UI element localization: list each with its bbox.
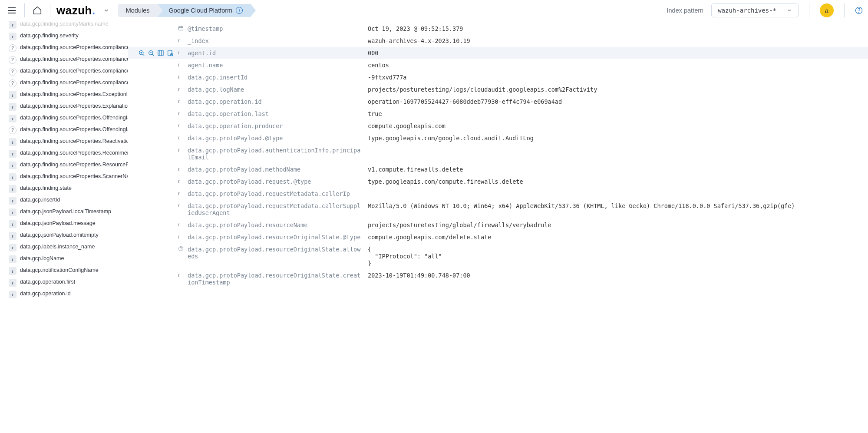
- field-item[interactable]: tdata.gcp.operation.first: [0, 277, 128, 288]
- field-item[interactable]: tdata.gcp.logName: [0, 253, 128, 265]
- doc-field-name: data.gcp.protoPayload.@type: [188, 135, 368, 142]
- doc-field-row: tdata.gcp.operation.idoperation-16977055…: [128, 96, 868, 108]
- field-item[interactable]: tdata.gcp.jsonPayload.message: [0, 218, 128, 230]
- fields-sidebar[interactable]: tdata.gcp.finding.securityMarks.nametdat…: [0, 21, 128, 433]
- field-item[interactable]: tdata.gcp.finding.securityMarks.name: [0, 21, 128, 30]
- doc-field-name: data.gcp.operation.producer: [188, 122, 368, 129]
- help-button[interactable]: [855, 7, 863, 14]
- field-item[interactable]: tdata.gcp.finding.sourceProperties.Offen…: [0, 112, 128, 124]
- divider: [809, 3, 809, 17]
- text-type-icon: t: [9, 162, 17, 169]
- user-avatar[interactable]: a: [820, 3, 834, 17]
- doc-field-value: true: [368, 110, 868, 117]
- field-item[interactable]: tdata.gcp.finding.sourceProperties.Scann…: [0, 171, 128, 183]
- doc-field-value: centos: [368, 62, 868, 69]
- doc-field-name: data.gcp.protoPayload.resourceOriginalSt…: [188, 272, 368, 286]
- top-right-controls: Index pattern wazuh-archives-* a: [667, 3, 863, 17]
- field-item[interactable]: tdata.gcp.finding.state: [0, 183, 128, 195]
- doc-field-row: tdata.gcp.protoPayload.resourceOriginalS…: [128, 269, 868, 288]
- text-type-icon: t: [9, 244, 17, 251]
- toggle-column-icon[interactable]: [157, 50, 164, 56]
- svg-rect-19: [179, 26, 183, 30]
- field-item[interactable]: tdata.gcp.finding.sourceProperties.Expla…: [0, 101, 128, 112]
- field-item[interactable]: tdata.gcp.jsonPayload.localTimestamp: [0, 206, 128, 218]
- doc-field-row: tdata.gcp.insertId-9ftxvd777a: [128, 71, 868, 83]
- field-type-icon: t: [178, 98, 188, 105]
- field-item[interactable]: tdata.gcp.labels.instance_name: [0, 241, 128, 253]
- doc-field-row: tdata.gcp.protoPayload.requestMetadata.c…: [128, 188, 868, 200]
- field-item[interactable]: tdata.gcp.finding.sourceProperties.Resou…: [0, 159, 128, 171]
- svg-point-262: [181, 250, 181, 250]
- field-type-icon: t: [178, 221, 188, 228]
- text-type-icon: t: [9, 185, 17, 193]
- exists-filter-icon[interactable]: [167, 50, 174, 56]
- doc-field-value: operation-1697705524427-6080ddeb77930-ef…: [368, 98, 868, 105]
- doc-field-name: data.gcp.operation.id: [188, 98, 368, 105]
- field-item[interactable]: tdata.gcp.jsonPayload.omitempty: [0, 230, 128, 241]
- field-item[interactable]: tdata.gcp.finding.sourceProperties.Recom…: [0, 148, 128, 159]
- field-name: data.gcp.finding.sourceProperties.Scanne…: [20, 173, 128, 180]
- home-icon: [33, 6, 42, 15]
- doc-field-row: tdata.gcp.protoPayload.methodNamev1.comp…: [128, 163, 868, 175]
- field-item[interactable]: tdata.gcp.notificationConfigName: [0, 265, 128, 277]
- field-name: data.gcp.operation.first: [20, 278, 75, 286]
- field-name: data.gcp.notificationConfigName: [20, 267, 99, 274]
- field-type-icon: t: [178, 166, 188, 172]
- field-item[interactable]: tdata.gcp.finding.sourceProperties.React…: [0, 136, 128, 148]
- doc-field-value: 2023-10-19T01:49:00.748-07:00: [368, 272, 868, 279]
- wazuh-logo[interactable]: wazuh.: [56, 4, 96, 17]
- index-pattern-select[interactable]: wazuh-archives-*: [711, 3, 799, 17]
- doc-field-row: tdata.gcp.protoPayload.resourceOriginalS…: [128, 231, 868, 243]
- divider: [24, 3, 25, 17]
- breadcrumb-modules[interactable]: Modules: [118, 4, 158, 17]
- chevron-down-icon[interactable]: [103, 7, 109, 13]
- home-button[interactable]: [31, 4, 44, 17]
- unknown-type-icon: ?: [9, 68, 17, 76]
- field-type-icon: t: [178, 74, 188, 80]
- doc-field-value: -9ftxvd777a: [368, 74, 868, 81]
- text-type-icon: t: [9, 208, 17, 216]
- field-type-icon: [178, 246, 188, 251]
- doc-field-row: tdata.gcp.protoPayload.authenticationInf…: [128, 144, 868, 163]
- unknown-type-icon: ?: [9, 56, 17, 64]
- field-type-icon: [178, 25, 188, 31]
- field-item[interactable]: ?data.gcp.finding.sourceProperties.compl…: [0, 54, 128, 66]
- doc-field-value: v1.compute.firewalls.delete: [368, 166, 868, 173]
- breadcrumb-active-module[interactable]: Google Cloud Platform i: [158, 4, 251, 17]
- doc-field-row: tdata.gcp.protoPayload.@typetype.googlea…: [128, 132, 868, 144]
- field-name: data.gcp.finding.sourceProperties.Except…: [20, 91, 128, 98]
- field-name: data.gcp.finding.securityMarks.name: [20, 21, 109, 28]
- field-item[interactable]: ?data.gcp.finding.sourceProperties.compl…: [0, 66, 128, 77]
- field-type-icon: t: [178, 178, 188, 185]
- doc-field-value: type.googleapis.com/compute.firewalls.de…: [368, 178, 868, 185]
- field-item[interactable]: ?data.gcp.finding.sourceProperties.compl…: [0, 77, 128, 89]
- doc-field-name: data.gcp.protoPayload.authenticationInfo…: [188, 147, 368, 161]
- field-item[interactable]: tdata.gcp.insertId: [0, 195, 128, 206]
- text-type-icon: t: [9, 21, 17, 29]
- menu-toggle-button[interactable]: [5, 4, 18, 17]
- field-item[interactable]: ?data.gcp.finding.sourceProperties.Offen…: [0, 124, 128, 136]
- field-type-icon: t: [178, 202, 188, 209]
- doc-field-name: data.gcp.protoPayload.resourceOriginalSt…: [188, 246, 368, 260]
- text-type-icon: t: [9, 255, 17, 263]
- field-item[interactable]: ?data.gcp.finding.sourceProperties.compl…: [0, 42, 128, 54]
- text-type-icon: t: [9, 220, 17, 228]
- text-type-icon: t: [9, 267, 17, 275]
- field-item[interactable]: tdata.gcp.finding.severity: [0, 30, 128, 42]
- document-detail[interactable]: @timestampOct 19, 2023 @ 09:52:15.379t_i…: [128, 21, 868, 433]
- filter-out-icon[interactable]: [148, 50, 155, 56]
- doc-field-name: data.gcp.protoPayload.requestMetadata.ca…: [188, 190, 368, 197]
- doc-field-name: data.gcp.operation.last: [188, 110, 368, 117]
- field-item[interactable]: tdata.gcp.finding.sourceProperties.Excep…: [0, 89, 128, 101]
- filter-in-icon[interactable]: [138, 50, 145, 56]
- doc-field-row: tdata.gcp.operation.lasttrue: [128, 108, 868, 120]
- text-type-icon: t: [9, 279, 17, 287]
- info-icon[interactable]: i: [236, 7, 243, 14]
- doc-field-row: tagent.id000: [128, 47, 868, 59]
- field-item[interactable]: tdata.gcp.operation.id: [0, 288, 128, 300]
- doc-field-name: data.gcp.protoPayload.resourceOriginalSt…: [188, 234, 368, 241]
- field-type-icon: t: [178, 86, 188, 93]
- doc-field-value: Mozilla/5.0 (Windows NT 10.0; Win64; x64…: [368, 202, 868, 209]
- field-type-icon: t: [178, 50, 188, 56]
- doc-field-row: tdata.gcp.protoPayload.request.@typetype…: [128, 175, 868, 188]
